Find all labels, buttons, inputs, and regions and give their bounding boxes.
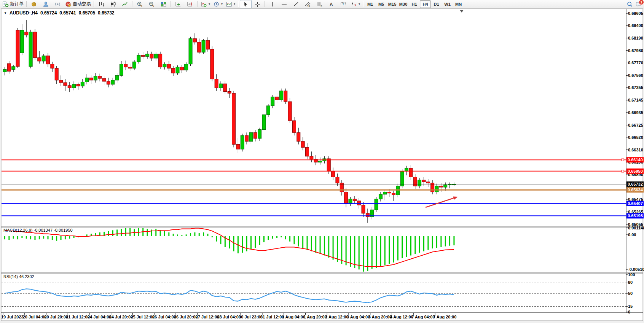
candle	[215, 79, 218, 88]
candle	[7, 64, 11, 71]
candle	[94, 76, 97, 80]
candle	[107, 81, 110, 84]
price-tick-label: 0.66310	[628, 148, 643, 152]
candle	[202, 40, 205, 52]
time-tick-label: 4 Aug 12:00	[390, 315, 413, 319]
time-tick-label: 24 Jul 04:00	[88, 315, 111, 319]
candle	[219, 84, 223, 88]
candle	[353, 199, 356, 201]
rsi-indicator-label: RSI(14) 46.2302	[3, 274, 34, 279]
line-selection-marker[interactable]	[622, 159, 624, 161]
candle	[3, 70, 6, 72]
candle	[38, 57, 41, 61]
time-tick-label: 7 Aug 20:00	[433, 315, 456, 319]
time-tick-label: 1 Aug 20:00	[304, 315, 327, 319]
price-tick-label: 0.67770	[628, 60, 643, 65]
rsi-level-label: 100	[628, 272, 635, 277]
candle	[206, 40, 209, 49]
candle	[77, 84, 80, 86]
time-tick-label: 21 Jul 12:00	[66, 315, 89, 319]
candle	[89, 78, 93, 80]
chart-background	[1, 9, 643, 321]
price-tick-label: 0.66725	[628, 123, 643, 127]
price-line-label-text: 0.65634	[628, 188, 643, 192]
candle	[362, 205, 365, 213]
price-line-label-text: 0.65198	[628, 213, 643, 218]
candle	[418, 180, 421, 186]
candle	[319, 161, 322, 162]
price-tick-label: 0.67355	[628, 85, 643, 90]
mt4-window: 新订单自动交易▾▾▾EFAT▾M1M5M15M30H1H4D1W1MN1 0.6…	[0, 0, 644, 323]
price-line-label-text: 0.65732	[628, 182, 643, 186]
candle	[241, 135, 244, 149]
quote-low: 0.65705	[79, 10, 95, 16]
candle	[98, 76, 102, 78]
candle	[344, 192, 348, 204]
candle	[223, 84, 227, 91]
candle	[284, 91, 287, 102]
rsi-level-label: 0	[628, 310, 630, 314]
candle	[55, 68, 58, 80]
candle	[332, 171, 335, 177]
line-selection-marker[interactable]	[622, 170, 624, 172]
candle	[262, 115, 266, 129]
macd-axis-label: 0.001148	[628, 226, 644, 230]
time-tick-label: 3 Aug 20:00	[368, 315, 392, 319]
candle	[336, 177, 339, 183]
candle	[141, 55, 145, 56]
candle	[387, 192, 391, 193]
candle	[85, 78, 89, 82]
candle	[20, 30, 24, 53]
price-tick-label: 0.68400	[628, 23, 643, 28]
candle	[12, 67, 15, 70]
candle	[180, 67, 183, 70]
candle	[258, 129, 261, 138]
candle	[271, 97, 274, 106]
candle	[249, 132, 253, 141]
candle	[133, 62, 136, 68]
candle	[59, 80, 63, 83]
candle	[210, 49, 214, 79]
candle	[198, 42, 201, 53]
candle	[124, 64, 128, 67]
macd-axis-label: 0.00	[628, 232, 636, 237]
time-tick-label: 7 Aug 04:00	[411, 315, 435, 319]
candle	[422, 180, 426, 182]
candle	[375, 199, 378, 210]
candle	[306, 147, 309, 156]
macd-indicator-label: MACD(12,26,9) -0.001347 -0.001950	[3, 228, 73, 232]
price-tick-label: 0.68605	[628, 11, 643, 16]
candle	[172, 68, 175, 73]
candle	[102, 78, 106, 81]
candle	[409, 168, 413, 177]
candle	[51, 64, 54, 68]
candle	[426, 182, 430, 183]
candle	[444, 185, 447, 187]
candle	[435, 186, 438, 192]
time-tick-label: 20 Jul 20:00	[45, 315, 68, 319]
candle	[146, 54, 149, 56]
candle	[301, 142, 304, 148]
collapse-quotes-icon[interactable]: ▼	[4, 11, 7, 15]
time-tick-label: 24 Jul 20:00	[109, 315, 133, 319]
time-tick-label: 3 Aug 04:00	[347, 315, 370, 319]
candle	[431, 183, 434, 192]
symbol-period-label: AUDUSD-,H4	[10, 10, 38, 16]
candle	[413, 177, 417, 186]
time-tick-label: 19 Jul 2023	[1, 315, 24, 319]
candle	[68, 86, 71, 88]
candle	[150, 54, 153, 58]
price-tick-label: 0.67560	[628, 73, 643, 78]
candle	[42, 56, 45, 61]
candle	[327, 159, 330, 171]
candle	[400, 171, 404, 186]
candle	[81, 82, 84, 86]
time-tick-label: 26 Jul 20:00	[174, 315, 198, 319]
price-line-label-text: 0.65407	[628, 201, 643, 206]
candle	[279, 91, 283, 100]
candle	[379, 194, 382, 199]
candle	[275, 97, 279, 100]
price-tick-label: 0.66935	[628, 110, 643, 115]
quote-open: 0.65724	[40, 10, 57, 16]
candle	[392, 193, 395, 195]
